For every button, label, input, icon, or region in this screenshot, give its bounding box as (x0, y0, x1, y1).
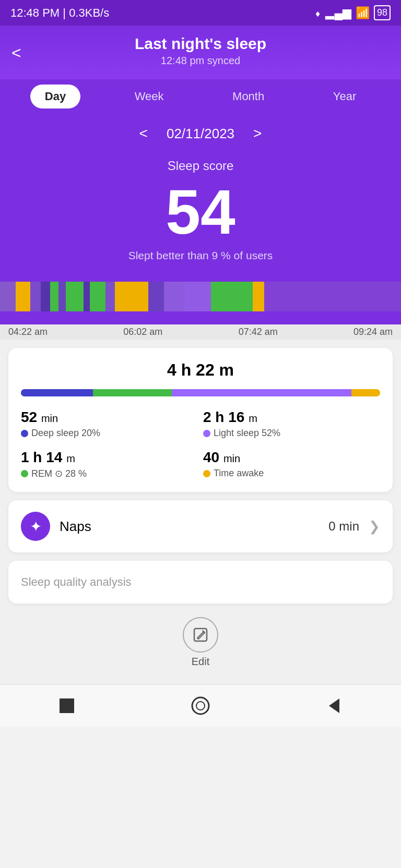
timeline-times: 04:22 am 06:02 am 07:42 am 09:24 am (0, 324, 401, 340)
tab-day[interactable]: Day (30, 85, 80, 108)
status-icons: ⬧ ▂▄▆ 📶 98 (314, 5, 391, 20)
status-bar: 12:48 PM | 0.3KB/s ⬧ ▂▄▆ 📶 98 (0, 0, 401, 26)
svg-point-2 (192, 697, 209, 714)
status-network: 0.3KB/s (69, 6, 109, 19)
sleep-duration-card: 4 h 22 m 52 min Deep sleep 20% (8, 348, 393, 492)
wifi-icon: 📶 (356, 6, 370, 20)
battery-level: 98 (377, 7, 387, 18)
tab-bar: Day Week Month Year (0, 79, 401, 118)
edit-icon (192, 626, 209, 643)
header: < Last night's sleep 12:48 pm synced (0, 26, 401, 79)
deep-sleep-stat: 52 min Deep sleep 20% (21, 409, 198, 439)
sleep-score-label: Sleep score (0, 159, 401, 173)
svg-marker-4 (329, 698, 339, 713)
square-icon (57, 696, 76, 715)
status-time: 12:48 PM (10, 6, 60, 19)
svg-rect-1 (60, 698, 74, 713)
rem-bar (93, 389, 172, 396)
naps-value: 0 min (328, 519, 359, 534)
battery-icon: 98 (374, 5, 391, 20)
circle-icon (190, 695, 211, 716)
duration-bar (21, 389, 380, 396)
rem-stat: 1 h 14 m REM ⊙ 28 % (21, 449, 198, 479)
light-sleep-bar (172, 389, 351, 396)
next-date-button[interactable]: > (247, 123, 268, 144)
duration-title: 4 h 22 m (21, 360, 380, 380)
awake-label: Time awake (203, 468, 380, 479)
sleep-score-value: 54 (0, 177, 401, 246)
signal-icon: ▂▄▆ (325, 6, 351, 20)
sleep-quality-card[interactable]: Sleep quality analysis (8, 561, 393, 604)
edit-button[interactable] (183, 617, 218, 653)
nav-home-button[interactable] (188, 693, 213, 718)
deep-sleep-dot (21, 430, 28, 437)
rem-dot (21, 470, 28, 477)
back-icon (325, 696, 344, 715)
sleep-quality-label: Sleep quality analysis (21, 575, 380, 589)
prev-date-button[interactable]: < (133, 123, 154, 144)
awake-dot (203, 470, 210, 477)
deep-sleep-value: 52 min (21, 409, 198, 426)
naps-arrow-icon: ❯ (369, 519, 380, 535)
sleep-timeline (0, 278, 401, 324)
light-sleep-stat: 2 h 16 m Light sleep 52% (203, 409, 380, 439)
deep-sleep-bar (21, 389, 93, 396)
timeline-t2: 06:02 am (123, 327, 162, 337)
tab-month[interactable]: Month (218, 85, 279, 108)
edit-label: Edit (192, 656, 209, 668)
back-button[interactable]: < (11, 43, 21, 62)
awake-value: 40 min (203, 449, 380, 466)
light-sleep-dot (203, 430, 210, 437)
rem-label: REM ⊙ 28 % (21, 468, 198, 479)
sync-status: 12:48 pm synced (31, 55, 370, 67)
tab-year[interactable]: Year (319, 85, 371, 108)
light-sleep-label: Light sleep 52% (203, 428, 380, 439)
current-date: 02/11/2023 (167, 126, 234, 142)
awake-bar (351, 389, 380, 396)
bottom-section: Edit (8, 612, 393, 676)
naps-icon: ✦ (21, 512, 50, 541)
nav-bar (0, 684, 401, 727)
bluetooth-icon: ⬧ (314, 6, 321, 20)
timeline-t1: 04:22 am (8, 327, 48, 337)
main-content: 4 h 22 m 52 min Deep sleep 20% (0, 340, 401, 684)
naps-label: Naps (60, 519, 319, 535)
page-title: Last night's sleep (31, 35, 370, 53)
svg-point-3 (196, 702, 205, 710)
sleep-score-section: Sleep score 54 Slept better than 9 % of … (0, 153, 401, 278)
awake-stat: 40 min Time awake (203, 449, 380, 479)
rem-value: 1 h 14 m (21, 449, 198, 466)
light-sleep-value: 2 h 16 m (203, 409, 380, 426)
naps-card[interactable]: ✦ Naps 0 min ❯ (8, 500, 393, 552)
tab-week[interactable]: Week (120, 85, 179, 108)
nav-square-button[interactable] (54, 693, 79, 718)
status-time-network: 12:48 PM | 0.3KB/s (10, 6, 109, 20)
sleep-stats-grid: 52 min Deep sleep 20% 2 h 16 m Light sle… (21, 409, 380, 479)
date-navigation: < 02/11/2023 > (0, 118, 401, 153)
sleep-score-description: Slept better than 9 % of users (0, 249, 401, 262)
timeline-t4: 09:24 am (353, 327, 393, 337)
nav-back-button[interactable] (322, 693, 347, 718)
timeline-t3: 07:42 am (239, 327, 278, 337)
deep-sleep-label: Deep sleep 20% (21, 428, 198, 439)
